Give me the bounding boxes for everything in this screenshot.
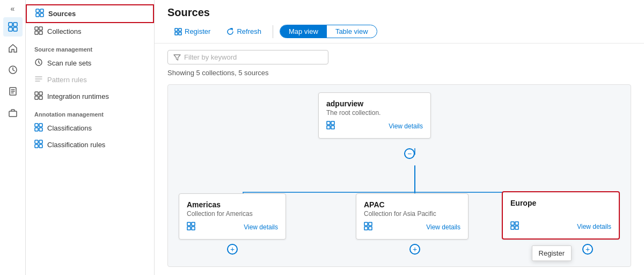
europe-card-icon — [510, 221, 519, 232]
filter-placeholder: Filter by keyword — [184, 53, 237, 61]
rail-briefcase-icon[interactable] — [3, 103, 23, 122]
europe-collection-card: Europe View details — [502, 191, 620, 240]
svg-rect-19 — [35, 124, 38, 127]
americas-card-title: Americas — [187, 200, 278, 209]
annotation-management-section: Annotation management — [26, 105, 154, 120]
rail-glossary-icon[interactable] — [3, 82, 23, 101]
collapse-node-button[interactable]: − — [404, 148, 415, 159]
page-title: Sources — [167, 6, 631, 19]
svg-rect-41 — [369, 222, 372, 226]
svg-rect-12 — [35, 31, 38, 34]
expand-apac-button[interactable]: + — [409, 244, 420, 255]
americas-collection-card: Americas Collection for Americas View de… — [179, 193, 286, 240]
svg-rect-32 — [327, 121, 330, 125]
classification-rules-icon — [34, 140, 43, 150]
source-management-section: Source management — [26, 40, 154, 55]
svg-rect-35 — [331, 126, 334, 129]
refresh-button[interactable]: Refresh — [219, 24, 268, 39]
svg-rect-29 — [175, 32, 178, 35]
svg-rect-27 — [175, 28, 178, 31]
expand-europe-button[interactable]: + — [582, 244, 593, 255]
svg-rect-16 — [39, 92, 42, 95]
svg-rect-13 — [39, 31, 42, 34]
collapse-rail-button[interactable]: « — [11, 4, 15, 13]
sidebar-item-collections[interactable]: Collections — [26, 23, 154, 40]
svg-rect-30 — [179, 32, 181, 35]
sidebar-collections-label: Collections — [47, 27, 82, 35]
svg-rect-24 — [39, 140, 42, 143]
root-card-icon — [326, 121, 335, 132]
register-popup[interactable]: Register — [532, 245, 572, 261]
sidebar-item-classifications[interactable]: Classifications — [26, 120, 154, 136]
rail-home-icon[interactable] — [3, 39, 23, 58]
svg-rect-17 — [35, 96, 38, 99]
map-view-button[interactable]: Map view — [280, 25, 327, 38]
register-button[interactable]: Register — [167, 24, 217, 39]
svg-rect-23 — [35, 140, 38, 143]
americas-card-desc: Collection for Americas — [187, 210, 278, 218]
sidebar-sources-label: Sources — [48, 10, 76, 18]
svg-rect-40 — [364, 222, 368, 226]
view-toggle: Map view Table view — [280, 25, 377, 38]
svg-rect-45 — [515, 222, 518, 225]
europe-card-desc — [510, 208, 611, 217]
apac-card-desc: Collection for Asia Pacific — [364, 210, 460, 218]
apac-view-details-link[interactable]: View details — [426, 223, 460, 231]
sidebar-pattern-rules-label: Pattern rules — [47, 76, 87, 84]
rail-catalog-icon[interactable] — [3, 17, 23, 37]
rail-insights-icon[interactable] — [3, 60, 23, 79]
svg-rect-18 — [39, 96, 42, 99]
svg-rect-39 — [192, 227, 195, 230]
table-view-button[interactable]: Table view — [327, 25, 377, 38]
root-view-details-link[interactable]: View details — [389, 122, 423, 130]
sidebar-item-scan-rule-sets[interactable]: Scan rule sets — [26, 55, 154, 71]
root-collection-card: adpurview The root collection. View deta… — [318, 92, 431, 139]
svg-rect-2 — [9, 27, 12, 31]
root-card-title: adpurview — [326, 99, 423, 108]
icon-rail: « — [0, 0, 26, 275]
apac-card-title: APAC — [364, 200, 460, 209]
sidebar-item-sources[interactable]: Sources — [26, 4, 154, 23]
svg-rect-42 — [364, 227, 368, 230]
svg-rect-38 — [187, 227, 191, 230]
svg-rect-7 — [40, 9, 43, 12]
register-popup-label: Register — [539, 249, 565, 257]
svg-rect-10 — [35, 27, 38, 30]
svg-rect-0 — [9, 23, 12, 26]
refresh-icon — [226, 28, 234, 35]
refresh-label: Refresh — [237, 27, 261, 35]
classifications-icon — [34, 123, 43, 133]
svg-rect-22 — [39, 128, 42, 131]
svg-rect-33 — [331, 121, 334, 125]
sidebar-integration-runtimes-label: Integration runtimes — [47, 92, 109, 100]
sidebar: Sources Collections Source management Sc… — [26, 0, 155, 275]
svg-rect-5 — [9, 111, 17, 117]
svg-rect-25 — [35, 144, 38, 148]
showing-text: Showing 5 collections, 5 sources — [167, 69, 631, 77]
svg-rect-28 — [179, 28, 181, 31]
page-header: Sources Register Refresh Map view — [155, 0, 644, 44]
sidebar-item-integration-runtimes[interactable]: Integration runtimes — [26, 88, 154, 105]
scan-rule-sets-icon — [34, 58, 43, 68]
root-card-desc: The root collection. — [326, 109, 423, 117]
svg-rect-8 — [36, 13, 39, 17]
svg-rect-36 — [187, 222, 191, 226]
svg-rect-15 — [35, 92, 38, 95]
svg-rect-1 — [13, 23, 17, 26]
expand-americas-button[interactable]: + — [227, 244, 238, 255]
svg-rect-3 — [13, 27, 17, 31]
sources-icon — [35, 9, 44, 19]
svg-rect-46 — [511, 226, 514, 229]
europe-view-details-link[interactable]: View details — [577, 223, 611, 230]
sidebar-item-classification-rules[interactable]: Classification rules — [26, 136, 154, 153]
map-canvas: adpurview The root collection. View deta… — [167, 84, 631, 267]
svg-rect-43 — [369, 227, 372, 230]
svg-rect-11 — [39, 27, 42, 30]
filter-icon — [173, 54, 181, 61]
svg-rect-21 — [35, 128, 38, 131]
americas-view-details-link[interactable]: View details — [244, 223, 278, 231]
americas-card-icon — [187, 222, 195, 233]
svg-rect-44 — [511, 222, 514, 225]
filter-bar[interactable]: Filter by keyword — [167, 50, 328, 64]
content-area: Filter by keyword Showing 5 collections,… — [155, 44, 644, 275]
